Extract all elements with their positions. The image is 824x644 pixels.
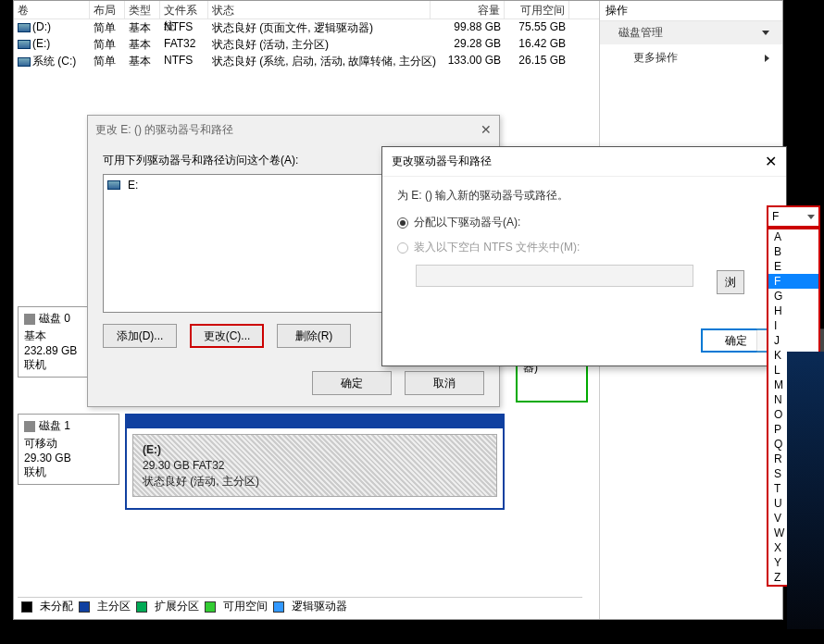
dialog-title: 更改 E: () 的驱动器号和路径 [95,122,233,138]
legend-free: 可用空间 [223,599,268,614]
legend-extended: 扩展分区 [155,599,199,614]
close-icon[interactable]: ✕ [481,122,492,137]
radio-assign-letter[interactable]: 分配以下驱动器号(A): [397,215,771,230]
col-volume[interactable]: 卷 [14,1,90,19]
mount-path-input [416,265,693,287]
browse-button[interactable]: 浏 [717,270,744,294]
dropdown-option[interactable]: E [768,259,818,274]
actions-title: 操作 [600,1,782,21]
drive-icon [18,40,31,49]
col-layout[interactable]: 布局 [90,1,125,19]
dropdown-option[interactable]: A [768,229,818,244]
action-more[interactable]: 更多操作 [600,44,782,69]
drive-letter-combo[interactable]: F [767,205,820,228]
drive-icon [18,57,31,67]
vol-name: (E:) [32,37,50,50]
dropdown-option[interactable]: B [768,244,818,259]
dropdown-option[interactable]: H [768,303,818,318]
col-status[interactable]: 状态 [208,1,431,19]
drive-icon [107,180,120,190]
legend-primary: 主分区 [97,599,131,614]
add-button[interactable]: 添加(D)... [103,324,177,348]
taskbar-edge [787,352,824,629]
dropdown-option[interactable]: J [768,333,818,348]
col-capacity[interactable]: 容量 [431,1,505,19]
disk1-block[interactable]: 磁盘 1 可移动 29.30 GB 联机 [18,414,119,485]
dialog-title: 更改驱动器号和路径 [392,154,492,169]
partition-e[interactable]: (E:) 29.30 GB FAT32 状态良好 (活动, 主分区) [125,414,505,510]
radio-mount-folder[interactable]: 装入以下空白 NTFS 文件夹中(M): [397,240,771,255]
col-fs[interactable]: 文件系统 [160,1,208,19]
radio-icon [397,217,408,229]
chevron-right-icon [765,55,769,62]
combo-value: F [772,210,779,223]
chevron-down-icon [762,31,769,35]
dropdown-option[interactable]: G [768,289,818,303]
ok-button[interactable]: 确定 [312,371,392,395]
legend-unallocated: 未分配 [40,599,73,614]
assign-letter-dialog: 更改驱动器号和路径 ✕ 为 E: () 输入新的驱动器号或路径。 分配以下驱动器… [381,146,787,366]
legend-logical: 逻辑驱动器 [292,599,347,614]
partition-size: 29.30 GB FAT32 [143,458,487,474]
legend: 未分配 主分区 扩展分区 可用空间 逻辑驱动器 [18,597,582,615]
chevron-down-icon [807,215,815,219]
radio-icon [397,242,408,254]
drive-icon [18,23,31,32]
close-icon[interactable]: ✕ [765,153,777,170]
disk-title: 磁盘 1 [24,418,113,434]
dialog-message: 为 E: () 输入新的驱动器号或路径。 [397,188,771,204]
dropdown-option[interactable]: I [768,318,818,333]
col-free[interactable]: 可用空间 [505,1,569,19]
action-disk-management[interactable]: 磁盘管理 [600,21,782,44]
col-type[interactable]: 类型 [125,1,160,19]
vol-name: 系统 (C:) [32,55,76,68]
partition-name: (E:) [143,443,161,456]
remove-button[interactable]: 删除(R) [277,324,351,348]
dropdown-option[interactable]: F [768,274,818,289]
cancel-button[interactable]: 取消 [405,371,484,395]
partition-status: 状态良好 (活动, 主分区) [143,474,487,489]
change-button[interactable]: 更改(C)... [190,324,264,348]
vol-name: (D:) [32,20,51,33]
